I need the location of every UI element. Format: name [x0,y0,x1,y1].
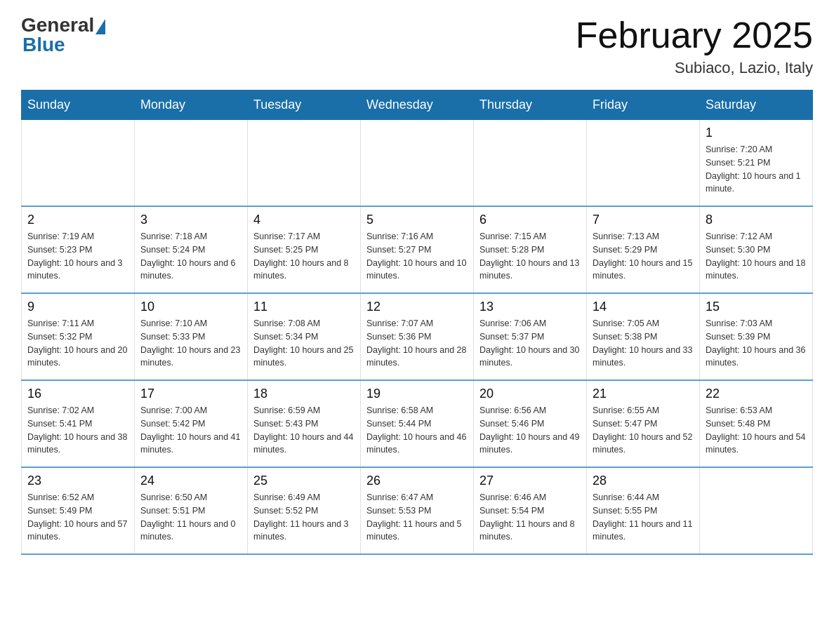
weekday-header: Friday [587,90,700,120]
day-info: Sunrise: 6:46 AMSunset: 5:54 PMDaylight:… [479,491,581,544]
day-info: Sunrise: 7:18 AMSunset: 5:24 PMDaylight:… [140,230,241,283]
day-info: Sunrise: 7:02 AMSunset: 5:41 PMDaylight:… [27,404,128,457]
calendar-cell: 9Sunrise: 7:11 AMSunset: 5:32 PMDaylight… [22,293,135,380]
day-number: 16 [27,387,128,401]
day-info: Sunrise: 7:10 AMSunset: 5:33 PMDaylight:… [140,317,241,370]
weekday-header: Tuesday [248,90,361,120]
day-info: Sunrise: 7:19 AMSunset: 5:23 PMDaylight:… [27,230,128,283]
logo-blue-text: Blue [22,34,65,56]
day-number: 25 [253,474,355,488]
logo: General Blue [21,14,105,56]
calendar-cell: 7Sunrise: 7:13 AMSunset: 5:29 PMDaylight… [587,206,700,293]
calendar-cell: 24Sunrise: 6:50 AMSunset: 5:51 PMDayligh… [135,467,248,554]
location-subtitle: Subiaco, Lazio, Italy [576,59,813,77]
calendar-cell: 5Sunrise: 7:16 AMSunset: 5:27 PMDaylight… [361,206,474,293]
day-number: 9 [27,300,128,314]
day-info: Sunrise: 7:15 AMSunset: 5:28 PMDaylight:… [479,230,581,283]
day-info: Sunrise: 6:56 AMSunset: 5:46 PMDaylight:… [479,404,581,457]
calendar-cell: 20Sunrise: 6:56 AMSunset: 5:46 PMDayligh… [474,380,587,467]
day-number: 24 [140,474,241,488]
day-info: Sunrise: 7:06 AMSunset: 5:37 PMDaylight:… [479,317,581,370]
day-number: 19 [366,387,468,401]
calendar-cell: 23Sunrise: 6:52 AMSunset: 5:49 PMDayligh… [22,467,135,554]
day-number: 12 [366,300,468,314]
calendar-week-row: 9Sunrise: 7:11 AMSunset: 5:32 PMDaylight… [22,293,813,380]
day-number: 10 [140,300,241,314]
calendar-cell [248,120,361,207]
calendar-cell: 22Sunrise: 6:53 AMSunset: 5:48 PMDayligh… [700,380,813,467]
day-number: 18 [253,387,355,401]
calendar-cell [361,120,474,207]
day-info: Sunrise: 6:58 AMSunset: 5:44 PMDaylight:… [366,404,468,457]
calendar-cell: 15Sunrise: 7:03 AMSunset: 5:39 PMDayligh… [700,293,813,380]
calendar-cell: 27Sunrise: 6:46 AMSunset: 5:54 PMDayligh… [474,467,587,554]
calendar-cell [135,120,248,207]
day-number: 3 [140,213,241,227]
day-number: 27 [479,474,581,488]
day-info: Sunrise: 7:08 AMSunset: 5:34 PMDaylight:… [253,317,355,370]
day-number: 17 [140,387,241,401]
calendar-cell: 11Sunrise: 7:08 AMSunset: 5:34 PMDayligh… [248,293,361,380]
calendar-cell: 2Sunrise: 7:19 AMSunset: 5:23 PMDaylight… [22,206,135,293]
day-number: 1 [706,126,807,140]
calendar-cell: 19Sunrise: 6:58 AMSunset: 5:44 PMDayligh… [361,380,474,467]
weekday-header: Thursday [474,90,587,120]
day-info: Sunrise: 6:49 AMSunset: 5:52 PMDaylight:… [253,491,355,544]
day-info: Sunrise: 7:03 AMSunset: 5:39 PMDaylight:… [706,317,807,370]
day-number: 22 [706,387,807,401]
calendar-cell: 17Sunrise: 7:00 AMSunset: 5:42 PMDayligh… [135,380,248,467]
day-number: 11 [253,300,355,314]
calendar-week-row: 1Sunrise: 7:20 AMSunset: 5:21 PMDaylight… [22,120,813,207]
day-info: Sunrise: 7:07 AMSunset: 5:36 PMDaylight:… [366,317,468,370]
calendar-cell: 6Sunrise: 7:15 AMSunset: 5:28 PMDaylight… [474,206,587,293]
day-info: Sunrise: 7:11 AMSunset: 5:32 PMDaylight:… [27,317,128,370]
title-block: February 2025 Subiaco, Lazio, Italy [576,14,813,77]
calendar-cell: 3Sunrise: 7:18 AMSunset: 5:24 PMDaylight… [135,206,248,293]
weekday-header: Sunday [22,90,135,120]
weekday-header: Wednesday [361,90,474,120]
calendar-cell: 28Sunrise: 6:44 AMSunset: 5:55 PMDayligh… [587,467,700,554]
day-info: Sunrise: 6:47 AMSunset: 5:53 PMDaylight:… [366,491,468,544]
day-number: 23 [27,474,128,488]
calendar-body: 1Sunrise: 7:20 AMSunset: 5:21 PMDaylight… [22,120,813,555]
day-number: 7 [593,213,694,227]
day-info: Sunrise: 7:05 AMSunset: 5:38 PMDaylight:… [593,317,694,370]
calendar-cell: 4Sunrise: 7:17 AMSunset: 5:25 PMDaylight… [248,206,361,293]
page-header: General Blue February 2025 Subiaco, Lazi… [21,14,813,77]
calendar-cell: 26Sunrise: 6:47 AMSunset: 5:53 PMDayligh… [361,467,474,554]
month-title: February 2025 [576,14,813,56]
day-info: Sunrise: 6:52 AMSunset: 5:49 PMDaylight:… [27,491,128,544]
calendar-cell: 25Sunrise: 6:49 AMSunset: 5:52 PMDayligh… [248,467,361,554]
day-info: Sunrise: 7:20 AMSunset: 5:21 PMDaylight:… [706,143,807,196]
calendar-week-row: 16Sunrise: 7:02 AMSunset: 5:41 PMDayligh… [22,380,813,467]
day-number: 21 [593,387,694,401]
day-number: 5 [366,213,468,227]
day-info: Sunrise: 6:53 AMSunset: 5:48 PMDaylight:… [706,404,807,457]
day-number: 6 [479,213,581,227]
calendar-cell: 1Sunrise: 7:20 AMSunset: 5:21 PMDaylight… [700,120,813,207]
calendar-cell: 16Sunrise: 7:02 AMSunset: 5:41 PMDayligh… [22,380,135,467]
calendar-cell [22,120,135,207]
day-info: Sunrise: 7:00 AMSunset: 5:42 PMDaylight:… [140,404,241,457]
day-number: 4 [253,213,355,227]
weekday-header: Monday [135,90,248,120]
calendar-cell: 13Sunrise: 7:06 AMSunset: 5:37 PMDayligh… [474,293,587,380]
day-number: 28 [593,474,694,488]
day-info: Sunrise: 7:17 AMSunset: 5:25 PMDaylight:… [253,230,355,283]
calendar-header: SundayMondayTuesdayWednesdayThursdayFrid… [22,90,813,120]
calendar-cell: 8Sunrise: 7:12 AMSunset: 5:30 PMDaylight… [700,206,813,293]
day-info: Sunrise: 7:16 AMSunset: 5:27 PMDaylight:… [366,230,468,283]
day-number: 15 [706,300,807,314]
calendar-cell: 12Sunrise: 7:07 AMSunset: 5:36 PMDayligh… [361,293,474,380]
calendar-week-row: 23Sunrise: 6:52 AMSunset: 5:49 PMDayligh… [22,467,813,554]
day-info: Sunrise: 7:13 AMSunset: 5:29 PMDaylight:… [593,230,694,283]
header-row: SundayMondayTuesdayWednesdayThursdayFrid… [22,90,813,120]
day-number: 20 [479,387,581,401]
day-number: 26 [366,474,468,488]
weekday-header: Saturday [700,90,813,120]
day-info: Sunrise: 7:12 AMSunset: 5:30 PMDaylight:… [706,230,807,283]
calendar-cell: 14Sunrise: 7:05 AMSunset: 5:38 PMDayligh… [587,293,700,380]
day-number: 14 [593,300,694,314]
day-number: 13 [479,300,581,314]
calendar-table: SundayMondayTuesdayWednesdayThursdayFrid… [21,90,813,555]
